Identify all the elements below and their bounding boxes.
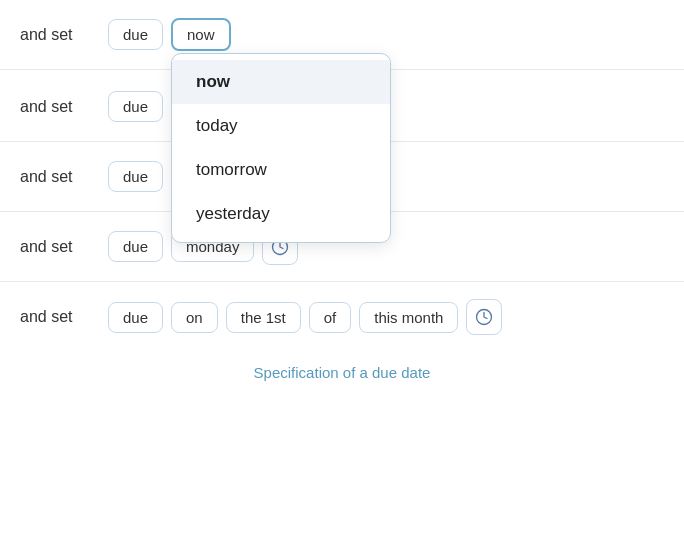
row1-due-button[interactable]: due	[108, 19, 163, 50]
row5-of-button[interactable]: of	[309, 302, 352, 333]
dropdown-item-now[interactable]: now	[172, 60, 390, 104]
row5-prefix: and set	[20, 308, 100, 326]
row5-the1st-button[interactable]: the 1st	[226, 302, 301, 333]
row5-due-button[interactable]: due	[108, 302, 163, 333]
row1-prefix: and set	[20, 26, 100, 44]
row-1: and set due now now today tomorrow yeste	[0, 0, 684, 70]
page-caption: Specification of a due date	[0, 352, 684, 391]
row5-clock-button[interactable]	[466, 299, 502, 335]
dropdown-item-today[interactable]: today	[172, 104, 390, 148]
row3-due-button[interactable]: due	[108, 161, 163, 192]
row1-date-button[interactable]: now	[171, 18, 231, 51]
dropdown-item-yesterday[interactable]: yesterday	[172, 192, 390, 236]
row3-prefix: and set	[20, 168, 100, 186]
rows-container: and set due now now today tomorrow yeste	[0, 0, 684, 352]
row4-due-button[interactable]: due	[108, 231, 163, 262]
row-5: and set due on the 1st of this month	[0, 282, 684, 352]
dropdown-item-tomorrow[interactable]: tomorrow	[172, 148, 390, 192]
row5-thismonth-button[interactable]: this month	[359, 302, 458, 333]
row2-prefix: and set	[20, 98, 100, 116]
row4-prefix: and set	[20, 238, 100, 256]
row1-dropdown-wrapper: now now today tomorrow yesterday	[171, 18, 231, 51]
date-dropdown-menu: now today tomorrow yesterday	[171, 53, 391, 243]
row5-on-button[interactable]: on	[171, 302, 218, 333]
row2-due-button[interactable]: due	[108, 91, 163, 122]
